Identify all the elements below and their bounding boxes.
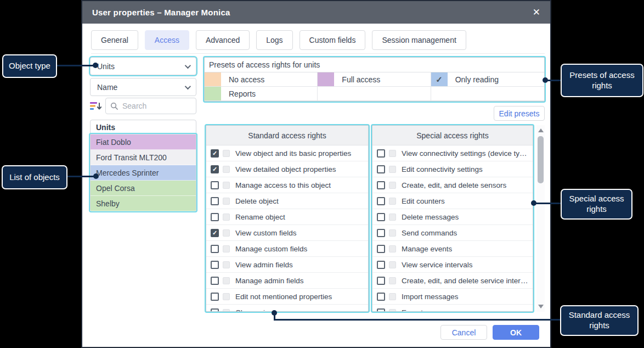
checkbox-secondary-disabled[interactable] — [223, 309, 230, 312]
checkbox-checked[interactable] — [211, 229, 219, 237]
checkbox-unchecked[interactable] — [377, 213, 385, 221]
checkbox-secondary-disabled[interactable] — [389, 293, 396, 300]
preset-reports[interactable]: Reports — [205, 87, 318, 101]
checkbox-secondary-disabled[interactable] — [389, 277, 396, 284]
special-rights-title: Special access rights — [372, 126, 533, 145]
callout-line — [57, 65, 95, 66]
checkbox-unchecked[interactable] — [377, 245, 385, 253]
preset-swatch-selected-check-icon[interactable]: ✓ — [431, 72, 448, 86]
access-right-row: Change icon — [206, 305, 368, 312]
access-right-label: Edit counters — [402, 197, 533, 205]
sort-field-select[interactable]: Name — [90, 78, 196, 96]
checkbox-secondary-disabled[interactable] — [223, 277, 230, 284]
checkbox-unchecked[interactable] — [377, 308, 385, 312]
scroll-up-icon[interactable] — [538, 128, 544, 132]
access-right-row: Create, edit, and delete service interv… — [372, 273, 533, 289]
access-right-row: Manage events — [372, 241, 533, 257]
tab-bar: GeneralAccessAdvancedLogsCustom fieldsSe… — [91, 30, 466, 50]
tab-general[interactable]: General — [91, 30, 138, 50]
checkbox-unchecked[interactable] — [211, 277, 219, 285]
preset-label: Reports — [221, 87, 256, 100]
checkbox-unchecked[interactable] — [377, 229, 385, 237]
checkbox-unchecked[interactable] — [377, 293, 385, 301]
checkbox-secondary-disabled[interactable] — [223, 166, 230, 173]
access-right-label: Delete object — [235, 197, 368, 205]
checkbox-unchecked[interactable] — [211, 308, 219, 312]
checkbox-secondary-disabled[interactable] — [223, 245, 230, 252]
preset-label: Only reading — [448, 72, 499, 86]
checkbox-secondary-disabled[interactable] — [389, 198, 396, 205]
object-row[interactable]: Opel Corsa — [91, 181, 196, 196]
checkbox-secondary-disabled[interactable] — [389, 309, 396, 312]
object-row[interactable]: Fiat Doblo — [91, 134, 196, 150]
object-type-value: Units — [97, 62, 115, 71]
checkbox-secondary-disabled[interactable] — [223, 229, 230, 237]
checkbox-secondary-disabled[interactable] — [223, 261, 230, 268]
callout-line — [535, 203, 561, 204]
access-right-row: Manage custom fields — [206, 241, 368, 257]
edit-presets-button[interactable]: Edit presets — [494, 106, 545, 121]
checkbox-unchecked[interactable] — [211, 181, 219, 189]
preset-swatch[interactable] — [205, 72, 221, 86]
checkbox-secondary-disabled[interactable] — [389, 166, 396, 173]
checkbox-checked[interactable] — [211, 149, 219, 158]
callout-dot — [272, 310, 277, 316]
checkbox-unchecked[interactable] — [211, 245, 219, 253]
checkbox-secondary-disabled[interactable] — [223, 214, 230, 221]
access-right-row: Edit counters — [372, 193, 533, 209]
object-row[interactable]: Ford Transit MLT200 — [91, 150, 196, 165]
checkbox-unchecked[interactable] — [377, 197, 385, 205]
scrollbar-thumb[interactable] — [538, 136, 544, 183]
preset-label: No access — [221, 72, 264, 86]
checkbox-unchecked[interactable] — [377, 261, 385, 269]
sort-field-value: Name — [97, 83, 117, 92]
object-row[interactable]: Mercedes Sprinter — [91, 165, 196, 181]
preset-no-access[interactable]: No access — [205, 72, 318, 87]
search-input[interactable] — [122, 102, 191, 110]
checkbox-secondary-disabled[interactable] — [223, 293, 230, 300]
rights-scrollbar[interactable] — [536, 125, 545, 312]
object-type-select[interactable]: Units — [90, 57, 196, 75]
checkbox-secondary-disabled[interactable] — [389, 245, 396, 252]
tab-custom-fields[interactable]: Custom fields — [300, 30, 366, 50]
checkbox-unchecked[interactable] — [377, 277, 385, 285]
checkbox-secondary-disabled[interactable] — [389, 214, 396, 221]
dialog-titlebar: User properties – Manager Monica ✕ — [82, 1, 550, 24]
checkbox-secondary-disabled[interactable] — [389, 182, 396, 189]
checkbox-unchecked[interactable] — [211, 261, 219, 269]
tab-access[interactable]: Access — [145, 30, 189, 50]
checkbox-unchecked[interactable] — [377, 181, 385, 189]
tab-session-management[interactable]: Session management — [372, 30, 466, 50]
checkbox-secondary-disabled[interactable] — [389, 261, 396, 268]
tab-logs[interactable]: Logs — [256, 30, 292, 50]
callout-presets: Presets of access rights — [561, 64, 643, 97]
checkbox-secondary-disabled[interactable] — [223, 150, 230, 157]
tab-advanced[interactable]: Advanced — [196, 30, 250, 50]
checkbox-unchecked[interactable] — [211, 293, 219, 301]
checkbox-secondary-disabled[interactable] — [223, 198, 230, 205]
checkbox-secondary-disabled[interactable] — [389, 229, 396, 237]
close-icon[interactable]: ✕ — [533, 7, 540, 18]
preset-full-access[interactable]: Full access — [318, 72, 431, 87]
checkbox-unchecked[interactable] — [211, 213, 219, 221]
preset-only-reading[interactable]: ✓Only reading — [431, 72, 544, 87]
cancel-button[interactable]: Cancel — [440, 325, 487, 340]
access-right-row: View custom fields — [206, 225, 368, 241]
preset-swatch[interactable] — [318, 72, 334, 86]
standard-rights-rows: View object and its basic propertiesView… — [206, 145, 368, 312]
access-right-label: View admin fields — [235, 261, 368, 269]
standard-rights-title: Standard access rights — [206, 126, 368, 145]
checkbox-secondary-disabled[interactable] — [223, 182, 230, 189]
object-row[interactable]: Shelby — [91, 196, 196, 211]
sort-order-icon[interactable] — [90, 100, 103, 111]
access-right-row: Export messages — [372, 305, 533, 312]
checkbox-unchecked[interactable] — [211, 197, 219, 205]
checkbox-secondary-disabled[interactable] — [389, 150, 396, 157]
checkbox-checked[interactable] — [211, 165, 219, 173]
preset-swatch[interactable] — [205, 87, 221, 100]
access-right-label: View custom fields — [235, 229, 368, 237]
checkbox-unchecked[interactable] — [377, 165, 385, 173]
checkbox-unchecked[interactable] — [377, 149, 385, 158]
scroll-down-icon[interactable] — [538, 305, 544, 308]
ok-button[interactable]: OK — [493, 325, 539, 340]
